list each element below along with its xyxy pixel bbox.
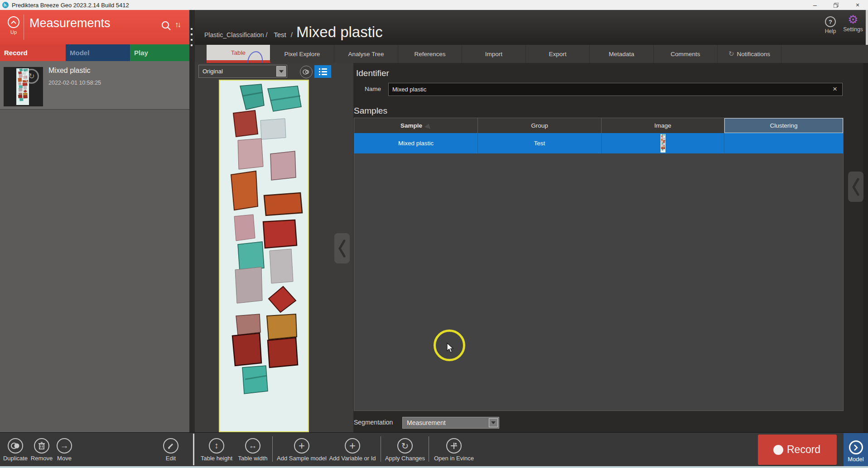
- settings-button[interactable]: ⚙ Settings: [841, 14, 865, 33]
- tab-import[interactable]: Import: [462, 45, 526, 63]
- column-header-image[interactable]: Image: [602, 118, 724, 133]
- add-variable-icon[interactable]: +: [345, 438, 360, 454]
- record-dot-icon: [773, 445, 783, 455]
- clear-name-icon[interactable]: ×: [833, 85, 837, 94]
- column-header-clustering[interactable]: Clustering: [724, 118, 843, 133]
- toolbar-separator: [381, 436, 381, 462]
- move-icon[interactable]: →: [57, 438, 72, 454]
- apply-changes-label: Apply Changes: [385, 455, 425, 462]
- search-icon[interactable]: [161, 21, 171, 33]
- notifications-sync-icon: ↻: [728, 50, 734, 58]
- overlap-circles-icon: [303, 69, 310, 75]
- name-input[interactable]: [388, 83, 843, 96]
- window-edge: [866, 10, 868, 45]
- app-logo-icon: b.: [2, 2, 9, 8]
- sidebar-tab-play[interactable]: Play: [130, 44, 189, 61]
- toolbar-divider: [193, 434, 194, 465]
- measurement-name[interactable]: Mixed plastic: [48, 67, 90, 75]
- open-in-evince-label: Open in Evince: [434, 455, 474, 462]
- table-height-label: Table height: [201, 455, 232, 462]
- right-panel-edge: [863, 63, 868, 432]
- segmentation-select[interactable]: Measurement: [402, 417, 499, 429]
- add-sample-model-icon[interactable]: +: [294, 438, 309, 454]
- sample-image-preview[interactable]: [219, 80, 309, 432]
- chevron-left-icon: [851, 177, 860, 197]
- sidebar-splitter[interactable]: [189, 10, 195, 432]
- record-button[interactable]: Record: [758, 435, 837, 465]
- list-view-button[interactable]: [314, 65, 331, 78]
- sidebar-tab-model[interactable]: Model: [66, 44, 130, 61]
- tab-metadata[interactable]: Metadata: [590, 45, 654, 63]
- sync-icon: ↻: [24, 69, 39, 84]
- tab-analyse-tree[interactable]: Analyse Tree: [334, 45, 398, 63]
- cell-image[interactable]: [602, 133, 724, 153]
- sample-detail-panel: Identifier Name × Samples Sample Group I…: [353, 63, 868, 432]
- tab-notifications[interactable]: ↻ Notifications: [718, 45, 781, 63]
- identifier-heading: Identifier: [356, 68, 389, 78]
- cell-clustering[interactable]: [724, 133, 843, 153]
- cell-image-thumbnail: [661, 134, 665, 153]
- segmentation-label: Segmentation: [354, 419, 393, 426]
- model-label: Model: [844, 456, 868, 463]
- apply-changes-icon[interactable]: ↻: [397, 438, 413, 454]
- breadcrumb-group[interactable]: Test: [274, 31, 286, 38]
- up-label: Up: [5, 29, 23, 35]
- page-title: Mixed plastic: [296, 24, 383, 41]
- breadcrumb-separator: /: [291, 31, 293, 38]
- tab-comments[interactable]: Comments: [654, 45, 718, 63]
- sidebar-tab-record[interactable]: Record: [0, 44, 66, 61]
- collapse-panel-button[interactable]: [334, 233, 350, 263]
- restore-icon: [834, 3, 839, 8]
- restore-button[interactable]: [828, 0, 844, 10]
- app-window: b. Prediktera Breeze Geo 2023.2.14 Build…: [0, 0, 868, 468]
- screen-bottom-edge: [0, 466, 868, 468]
- duplicate-label: Duplicate: [3, 455, 28, 462]
- add-variable-label: Add Variable or Id: [329, 455, 376, 462]
- close-button[interactable]: ×: [850, 0, 865, 10]
- tab-references[interactable]: References: [398, 45, 462, 63]
- main-tab-bar: Table Pixel Explore Analyse Tree Referen…: [195, 45, 868, 63]
- sort-icon[interactable]: ↑↓: [175, 20, 180, 29]
- link-view-button[interactable]: [300, 66, 313, 78]
- column-header-group[interactable]: Group: [478, 118, 602, 133]
- tab-export[interactable]: Export: [526, 45, 590, 63]
- help-label: Help: [820, 28, 840, 34]
- dropdown-arrow-icon[interactable]: [276, 66, 286, 76]
- main-header: Plastic_Classification / Test / Mixed pl…: [195, 10, 868, 45]
- move-label: Move: [57, 455, 72, 462]
- edit-label: Edit: [166, 455, 176, 462]
- edit-icon[interactable]: [163, 438, 178, 454]
- remove-icon[interactable]: [34, 438, 49, 454]
- add-sample-model-label: Add Sample model: [277, 455, 327, 462]
- divider: [24, 14, 24, 40]
- sample-header-label: Sample: [400, 122, 422, 129]
- image-layer-value: Original: [203, 68, 223, 75]
- bottom-toolbar: Duplicate Remove → Move Edit ↕ Table hei…: [0, 432, 868, 466]
- sidebar-title: Measurements: [29, 16, 111, 30]
- model-button[interactable]: Model: [844, 433, 868, 466]
- open-in-evince-icon[interactable]: [446, 438, 462, 454]
- table-width-icon[interactable]: ↔: [245, 438, 260, 454]
- splitter-dot: [191, 39, 193, 41]
- up-button[interactable]: Up: [5, 16, 23, 42]
- table-width-label: Table width: [238, 455, 267, 462]
- plastic-pieces-image: [220, 81, 308, 431]
- cell-sample[interactable]: Mixed plastic: [354, 133, 478, 153]
- minimize-button[interactable]: –: [807, 0, 823, 10]
- duplicate-icon[interactable]: [8, 438, 23, 454]
- collapse-right-panel-button[interactable]: [848, 172, 863, 202]
- cell-group[interactable]: Test: [478, 133, 602, 153]
- table-height-icon[interactable]: ↕: [209, 438, 224, 454]
- measurement-list: ↻ Mixed plastic 2022-02-01 10:58:25: [0, 61, 189, 109]
- toolbar-separator: [429, 436, 429, 462]
- column-header-sample[interactable]: Sample: [354, 118, 478, 133]
- tab-pixel-explore[interactable]: Pixel Explore: [270, 45, 334, 63]
- measurement-timestamp: 2022-02-01 10:58:25: [48, 80, 101, 86]
- dropdown-arrow-icon[interactable]: [489, 418, 498, 427]
- breadcrumb-project[interactable]: Plastic_Classification /: [204, 31, 267, 38]
- record-label: Record: [787, 444, 820, 456]
- image-layer-select[interactable]: Original: [198, 65, 287, 78]
- toolbar-separator: [272, 436, 273, 462]
- list-icon: [319, 68, 327, 75]
- help-button[interactable]: ? Help: [820, 16, 840, 34]
